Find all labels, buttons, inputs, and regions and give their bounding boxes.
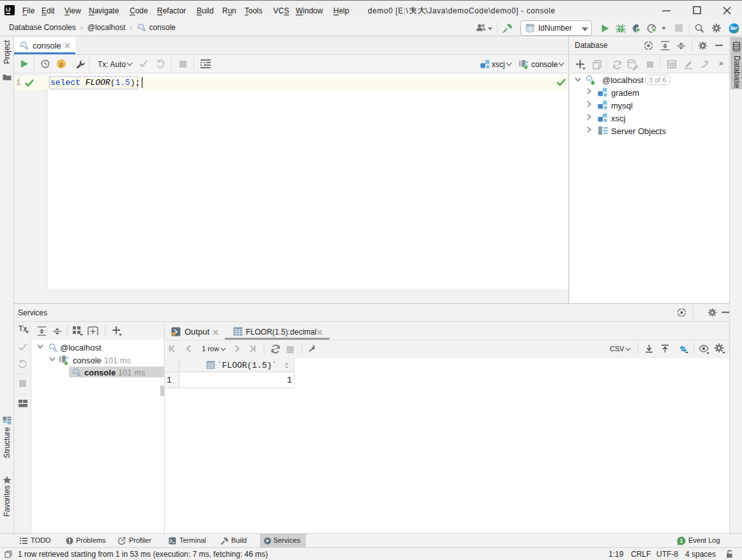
svg-text:p: p — [59, 61, 63, 68]
svg-text:1: 1 — [679, 538, 683, 544]
